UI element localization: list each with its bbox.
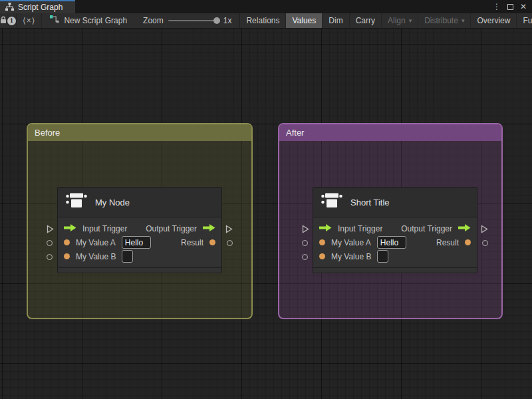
output-trigger-port-icon[interactable] (203, 224, 215, 233)
node-body: Input Trigger Output Trigger My Value A … (313, 217, 477, 267)
tabbar-spacer (75, 0, 493, 13)
align-dropdown[interactable]: Align ▾ (382, 13, 418, 28)
zoom-slider[interactable] (168, 20, 219, 21)
distribute-label: Distribute (424, 16, 458, 25)
value-b-label: My Value B (76, 252, 116, 261)
values-button[interactable]: Values (286, 13, 323, 28)
zoom-label: Zoom (143, 16, 164, 25)
unit-icon (321, 192, 342, 212)
unit-icon (66, 192, 87, 212)
value-a-label: My Value A (331, 238, 371, 247)
result-port-icon[interactable] (465, 239, 471, 245)
script-graph-window: Script Graph ⋮ ✕ i ⟨×⟩ New Script Graph … (0, 0, 532, 399)
input-trigger-label: Input Trigger (338, 224, 382, 233)
port-row-value-a: My Value A Result (313, 235, 477, 249)
port-row-value-b: My Value B (58, 249, 221, 263)
result-label: Result (181, 238, 203, 247)
node-footer (58, 267, 221, 273)
lock-icon (0, 16, 7, 26)
result-port-icon[interactable] (209, 239, 215, 245)
maximize-icon[interactable] (507, 4, 513, 10)
tab-title: Script Graph (18, 3, 63, 12)
value-b-label: My Value B (331, 252, 371, 261)
graph-canvas[interactable]: Before After My Node Input Trigger (0, 29, 532, 399)
group-after-label: After (286, 128, 304, 138)
graph-name-label: New Script Graph (64, 16, 127, 25)
code-toggle-button[interactable]: ⟨×⟩ (17, 13, 42, 28)
input-trigger-port-icon[interactable] (319, 224, 332, 233)
zoom-control: Zoom 1x (135, 13, 239, 28)
external-result-port[interactable] (482, 240, 488, 246)
info-icon: i (7, 17, 16, 25)
external-value-b-port[interactable] (302, 254, 308, 260)
graph-hierarchy-icon (5, 3, 14, 13)
close-icon[interactable]: ✕ (520, 3, 527, 11)
chevron-down-icon: ▾ (409, 17, 412, 24)
output-trigger-label: Output Trigger (146, 224, 197, 233)
info-button[interactable]: i (7, 13, 17, 28)
node-header[interactable]: Short Title (313, 188, 477, 217)
tab-bar: Script Graph ⋮ ✕ (0, 0, 532, 13)
input-trigger-port-icon[interactable] (64, 224, 76, 233)
external-input-trigger-port[interactable] (302, 224, 309, 236)
value-a-port-icon[interactable] (64, 239, 70, 245)
fullscreen-button[interactable]: Full Scr (517, 13, 532, 28)
value-a-label: My Value A (76, 238, 116, 247)
port-row-trigger: Input Trigger Output Trigger (58, 221, 221, 235)
external-output-trigger-port[interactable] (481, 224, 488, 236)
relations-button[interactable]: Relations (240, 13, 286, 28)
node-title: Short Title (350, 198, 390, 207)
zoom-value: 1x (223, 16, 232, 25)
value-b-port-icon[interactable] (64, 253, 70, 259)
result-label: Result (436, 238, 459, 247)
dim-button[interactable]: Dim (323, 13, 349, 28)
node-header[interactable]: My Node (58, 188, 221, 217)
script-graph-asset-icon (50, 15, 59, 26)
value-a-input[interactable] (122, 236, 151, 249)
input-trigger-label: Input Trigger (82, 224, 127, 233)
external-result-port[interactable] (227, 240, 233, 246)
overview-button[interactable]: Overview (471, 13, 517, 28)
value-b-input[interactable] (377, 250, 388, 263)
value-a-port-icon[interactable] (319, 239, 325, 245)
value-b-input[interactable] (122, 250, 133, 263)
group-before-header[interactable]: Before (28, 124, 251, 141)
graph-toolbar: i ⟨×⟩ New Script Graph Zoom 1x Relations… (0, 13, 532, 29)
group-before-label: Before (35, 128, 60, 138)
node-short-title[interactable]: Short Title Input Trigger Output Trigger (313, 187, 477, 273)
chevron-down-icon: ▾ (462, 17, 465, 24)
node-footer (313, 267, 477, 273)
zoom-slider-handle[interactable] (213, 17, 220, 24)
port-row-trigger: Input Trigger Output Trigger (313, 221, 477, 235)
port-row-value-b: My Value B (313, 249, 477, 263)
port-row-value-a: My Value A Result (58, 235, 221, 249)
lock-button[interactable] (0, 13, 7, 28)
external-value-a-port[interactable] (302, 240, 308, 246)
tab-script-graph[interactable]: Script Graph (0, 0, 75, 13)
external-output-trigger-port[interactable] (225, 224, 233, 236)
align-label: Align (388, 16, 406, 25)
external-value-a-port[interactable] (47, 240, 53, 246)
window-menu-icon[interactable]: ⋮ (493, 3, 501, 11)
external-input-trigger-port[interactable] (47, 224, 54, 236)
output-trigger-port-icon[interactable] (458, 224, 471, 233)
value-b-port-icon[interactable] (319, 253, 325, 259)
node-title: My Node (95, 198, 130, 207)
output-trigger-label: Output Trigger (401, 224, 452, 233)
group-after-header[interactable]: After (279, 124, 501, 141)
distribute-dropdown[interactable]: Distribute ▾ (418, 13, 471, 28)
carry-button[interactable]: Carry (350, 13, 382, 28)
graph-title-area: New Script Graph (42, 13, 135, 28)
value-a-input[interactable] (377, 236, 406, 249)
external-value-b-port[interactable] (47, 254, 53, 260)
node-my-node[interactable]: My Node Input Trigger Output Trigger (57, 187, 222, 273)
node-body: Input Trigger Output Trigger My Value A … (58, 217, 221, 267)
